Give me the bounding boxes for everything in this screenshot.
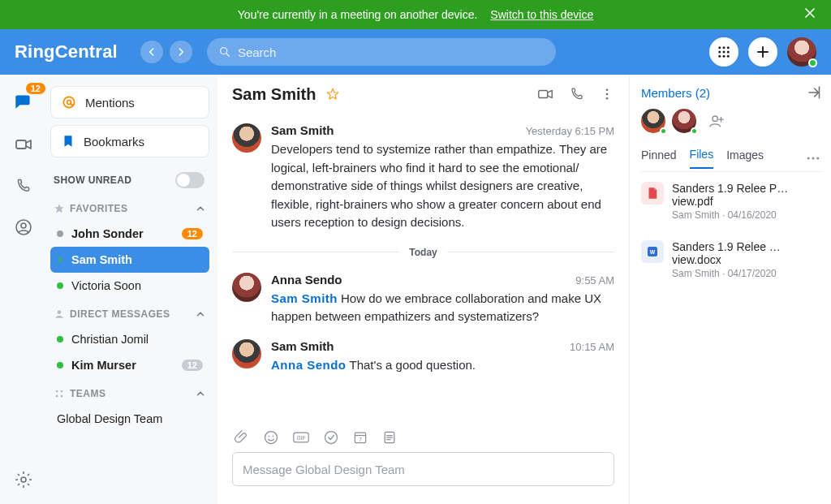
composer-input-wrapper[interactable] <box>232 452 614 486</box>
member-avatar[interactable] <box>641 109 665 133</box>
presence-dot <box>57 362 63 368</box>
attach-button[interactable] <box>234 429 250 446</box>
svg-point-12 <box>21 223 26 228</box>
rail-messages-button[interactable]: 12 <box>13 91 34 112</box>
svg-point-14 <box>63 97 74 107</box>
nav-back-button[interactable] <box>140 41 163 63</box>
message: Anna Sendo 9:55 AM Sam SmithHow do we em… <box>232 266 614 333</box>
emoji-button[interactable] <box>263 429 279 446</box>
file-type-icon <box>641 182 664 205</box>
nav-forward-button[interactable] <box>170 41 192 63</box>
pdf-icon <box>645 186 660 200</box>
file-meta: Sam Smith · 04/16/2020 <box>672 209 821 221</box>
event-button[interactable]: 7 <box>352 429 368 446</box>
mention[interactable]: Anna Sendo <box>271 358 347 372</box>
gif-button[interactable]: GIF <box>292 429 310 446</box>
message: Sam Smith 10:15 AM Anna SendoThat's a go… <box>232 333 614 381</box>
svg-point-36 <box>812 157 815 159</box>
bookmarks-label: Bookmarks <box>84 135 144 149</box>
conversation-more-button[interactable] <box>600 87 614 101</box>
rail-settings-button[interactable] <box>14 470 33 489</box>
file-item[interactable]: Sanders 1.9 Relee P…view.pdf Sam Smith ·… <box>641 172 821 230</box>
member-avatar[interactable] <box>672 109 696 133</box>
search-bar[interactable] <box>207 38 556 66</box>
message-time: 10:15 AM <box>570 341 614 353</box>
chevron-up-icon[interactable] <box>195 203 206 214</box>
banner-close-button[interactable] <box>802 5 818 21</box>
svg-point-3 <box>727 46 730 49</box>
profile-avatar[interactable] <box>787 37 816 67</box>
conv-item-kim-murser[interactable]: Kim Murser 12 <box>50 352 209 378</box>
tab-pinned[interactable]: Pinned <box>641 149 677 168</box>
add-member-button[interactable] <box>708 112 726 130</box>
message-text: Anna SendoThat's a good question. <box>271 356 614 375</box>
svg-point-37 <box>816 157 819 159</box>
details-panel: Members (2) Pinned Files Images <box>630 75 831 504</box>
rail-phone-button[interactable] <box>15 177 32 195</box>
svg-point-0 <box>221 48 227 54</box>
message-author: Anna Sendo <box>271 273 342 286</box>
dialpad-button[interactable] <box>709 37 738 67</box>
dms-header[interactable]: DIRECT MESSAGES <box>50 299 209 326</box>
chevron-up-icon[interactable] <box>195 388 206 399</box>
conv-item-sam-smith[interactable]: Sam Smith <box>50 247 209 273</box>
svg-point-18 <box>60 390 62 393</box>
conv-item-global-design-team[interactable]: Global Design Team <box>50 406 209 432</box>
task-button[interactable] <box>323 429 339 446</box>
members-header[interactable]: Members (2) <box>641 84 821 101</box>
message-list[interactable]: Sam Smith Yesterday 6:15 PM Developers t… <box>217 114 629 423</box>
dialpad-icon <box>717 45 731 59</box>
composer-input[interactable] <box>243 463 604 476</box>
mention[interactable]: Sam Smith <box>271 291 338 305</box>
video-icon <box>14 135 33 154</box>
file-item[interactable]: W Sanders 1.9 Relee …view.docx Sam Smith… <box>641 230 821 289</box>
tab-files[interactable]: Files <box>690 148 714 169</box>
more-horizontal-icon <box>805 150 821 166</box>
conversation-titlebar: Sam Smith <box>217 75 629 114</box>
avatar[interactable] <box>232 273 261 302</box>
divider-label: Today <box>399 247 446 258</box>
rail-video-button[interactable] <box>14 135 33 154</box>
conv-item-john-sonder[interactable]: John Sonder 12 <box>50 221 209 247</box>
favorite-star-button[interactable] <box>325 87 340 101</box>
conv-name: Christian Jomil <box>71 333 203 346</box>
svg-point-13 <box>21 477 26 482</box>
svg-point-8 <box>723 55 726 58</box>
conv-item-christian-jomil[interactable]: Christian Jomil <box>50 326 209 352</box>
note-icon <box>381 429 398 446</box>
svg-point-9 <box>727 55 730 58</box>
start-call-button[interactable] <box>569 86 585 102</box>
phone-icon <box>569 86 585 102</box>
tab-images[interactable]: Images <box>726 149 764 168</box>
mentions-card[interactable]: Mentions <box>50 86 209 118</box>
svg-point-25 <box>265 432 278 444</box>
start-video-button[interactable] <box>536 85 554 103</box>
show-unread-toggle[interactable] <box>175 172 205 188</box>
svg-point-2 <box>723 46 726 49</box>
search-input[interactable] <box>238 45 545 59</box>
conv-name: Victoria Soon <box>71 279 203 292</box>
avatar[interactable] <box>232 339 261 368</box>
banner-link[interactable]: Switch to this device <box>490 8 593 21</box>
svg-point-6 <box>727 51 730 54</box>
favorites-header[interactable]: FAVORITES <box>50 193 209 221</box>
chevron-up-icon[interactable] <box>195 308 206 320</box>
new-action-button[interactable] <box>748 37 777 67</box>
tabs-more-button[interactable] <box>805 150 821 166</box>
svg-text:GIF: GIF <box>296 435 305 441</box>
conv-item-victoria-soon[interactable]: Victoria Soon <box>50 273 209 299</box>
svg-point-30 <box>325 432 338 444</box>
avatar[interactable] <box>232 123 261 153</box>
presence-dot <box>57 336 63 342</box>
note-button[interactable] <box>381 429 398 446</box>
rail-contacts-button[interactable] <box>14 218 33 237</box>
bookmarks-card[interactable]: Bookmarks <box>50 125 209 157</box>
collapse-icon <box>805 84 821 101</box>
collapse-panel-button[interactable] <box>805 84 821 101</box>
presence-dot <box>57 256 63 263</box>
svg-text:W: W <box>650 249 656 255</box>
section-title: TEAMS <box>70 388 195 399</box>
svg-rect-21 <box>539 90 548 97</box>
svg-point-19 <box>56 394 58 397</box>
teams-header[interactable]: TEAMS <box>50 378 209 406</box>
